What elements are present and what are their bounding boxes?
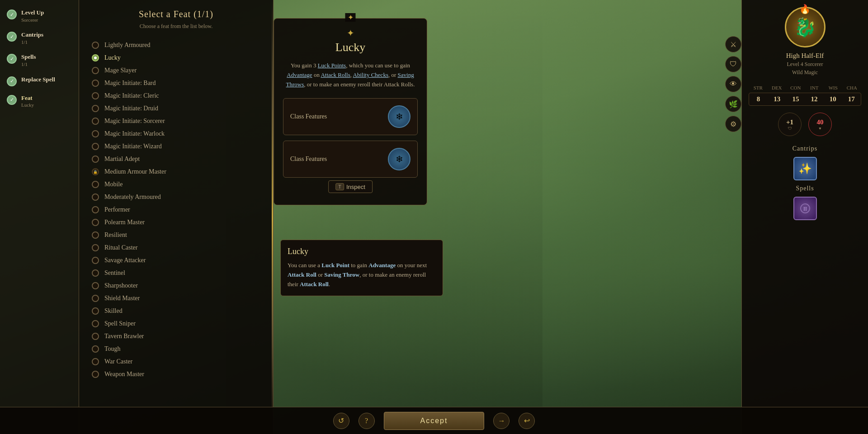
list-item[interactable]: Ritual Caster — [88, 241, 264, 254]
check-spells: ✓ — [7, 54, 17, 64]
feat-name-magic-warlock: Magic Initiate: Warlock — [104, 130, 165, 137]
list-item[interactable]: Spell Sniper — [88, 317, 264, 330]
radio-moderately — [92, 193, 99, 201]
list-item[interactable]: Performer — [88, 203, 264, 216]
char-panel: 🔥 🐉 High Half-Elf Level 4 Sorcerer Wild … — [741, 0, 868, 434]
feat-name-moderately: Moderately Armoured — [104, 193, 161, 201]
progress-level-up-label: Level Up — [21, 9, 44, 17]
list-item[interactable]: Sentinel — [88, 267, 264, 279]
armor-stat: +1 🛡 — [778, 113, 802, 136]
progress-cantrips-sub: 1/1 — [21, 39, 43, 45]
svg-text:II: II — [803, 206, 807, 212]
list-item[interactable]: Magic Initiate: Sorcerer — [88, 115, 264, 127]
feat-panel: Select a Feat (1/1) Choose a feat from t… — [79, 0, 274, 434]
spell-icon[interactable]: II — [793, 197, 817, 220]
radio-polearm — [92, 219, 99, 226]
radio-magic-druid — [92, 105, 99, 112]
side-icon-gear[interactable]: ⚙ — [725, 116, 741, 132]
list-item[interactable]: Resilient — [88, 229, 264, 241]
progress-spells: ✓ Spells 1/1 — [7, 53, 72, 67]
inspect-key: T — [335, 183, 344, 190]
list-item[interactable]: Magic Initiate: Cleric — [88, 90, 264, 102]
feat-name-shield: Shield Master — [104, 295, 140, 302]
list-item[interactable]: Tavern Brawler — [88, 330, 264, 343]
radio-spell-sniper — [92, 320, 99, 327]
list-item[interactable]: Sharpshooter — [88, 279, 264, 292]
progress-level-up: ✓ Level Up Sorcerer — [7, 9, 72, 23]
tooltip-title: Lucky — [288, 247, 436, 256]
class-feature-card-1[interactable]: Class Features ❄ — [283, 98, 418, 135]
nav-back-button[interactable]: ↺ — [333, 413, 349, 429]
feat-name-ritual: Ritual Caster — [104, 244, 138, 251]
stat-header-con: CON — [789, 85, 802, 90]
stat-values: 8 13 15 12 10 17 — [749, 93, 861, 106]
list-item[interactable]: Mobile — [88, 178, 264, 191]
stat-header-int: INT — [807, 85, 821, 90]
feat-panel-subtitle: Choose a feat from the list below. — [88, 23, 264, 30]
cantrip-icon[interactable]: ✨ — [793, 157, 817, 180]
list-item[interactable]: Mage Slayer — [88, 64, 264, 77]
side-icon-sword[interactable]: ⚔ — [725, 36, 741, 52]
progress-replace-spell: ✓ Replace Spell — [7, 76, 72, 86]
list-item[interactable]: Moderately Armoured — [88, 191, 264, 203]
check-replace-spell: ✓ — [7, 76, 17, 86]
armor-icon: 🛡 — [788, 126, 792, 131]
nav-undo-button[interactable]: ↩ — [519, 413, 535, 429]
feat-name-magic-druid: Magic Initiate: Druid — [104, 105, 158, 112]
feat-name-sentinel: Sentinel — [104, 269, 125, 277]
feat-name-magic-cleric: Magic Initiate: Cleric — [104, 92, 159, 99]
radio-ritual — [92, 244, 99, 251]
list-item[interactable]: Magic Initiate: Druid — [88, 102, 264, 115]
progress-feat: ✓ Feat Lucky — [7, 94, 72, 108]
feat-name-war-caster: War Caster — [104, 358, 132, 365]
class-feature-label-1: Class Features — [290, 113, 381, 120]
progress-feat-label: Feat — [21, 94, 34, 102]
hp-stat: 40 ♥ — [808, 113, 832, 136]
luck-point-tooltip: Luck Point — [321, 262, 349, 269]
side-icon-shield[interactable]: 🛡 — [725, 56, 741, 72]
feat-name-savage: Savage Attacker — [104, 257, 146, 264]
radio-magic-wizard — [92, 143, 99, 150]
list-item[interactable]: Skilled — [88, 305, 264, 317]
feat-name-skilled: Skilled — [104, 307, 123, 315]
list-item[interactable]: Magic Initiate: Warlock — [88, 127, 264, 140]
list-item[interactable]: Shield Master — [88, 292, 264, 305]
list-item[interactable]: Magic Initiate: Wizard — [88, 140, 264, 153]
list-item[interactable]: Weapon Master — [88, 368, 264, 381]
radio-savage — [92, 257, 99, 264]
feat-name-martial-adept: Martial Adept — [104, 156, 140, 163]
list-item[interactable]: Medium Armour Master — [88, 165, 264, 178]
side-icon-leaf[interactable]: 🌿 — [725, 96, 741, 112]
list-item[interactable]: Polearm Master — [88, 216, 264, 229]
list-item[interactable]: Tough — [88, 343, 264, 355]
radio-medium-armour — [92, 168, 99, 175]
feat-name-magic-wizard: Magic Initiate: Wizard — [104, 143, 162, 150]
feat-name-weapon-master: Weapon Master — [104, 371, 144, 378]
saving-throw-tooltip: Saving Throw — [324, 271, 359, 278]
list-item[interactable]: War Caster — [88, 355, 264, 368]
stat-int: 12 — [807, 95, 821, 103]
side-icon-eye[interactable]: 👁 — [725, 76, 741, 92]
secondary-stats: +1 🛡 40 ♥ — [778, 113, 832, 136]
class-feature-icon-1: ❄ — [388, 105, 410, 128]
list-item[interactable]: Savage Attacker — [88, 254, 264, 267]
feat-name-mobile: Mobile — [104, 181, 123, 188]
feat-name-magic-sorcerer: Magic Initiate: Sorcerer — [104, 118, 165, 125]
stat-header-dex: DEX — [770, 85, 783, 90]
stat-dex: 13 — [770, 95, 784, 103]
list-item[interactable]: Lightly Armoured — [88, 39, 264, 52]
accept-button[interactable]: Accept — [384, 412, 485, 430]
stat-str: 8 — [752, 95, 765, 103]
radio-sentinel — [92, 269, 99, 277]
list-item[interactable]: Magic Initiate: Bard — [88, 77, 264, 90]
attack-rolls-highlight: Attack Rolls — [321, 71, 350, 78]
inspect-button[interactable]: T Inspect — [328, 180, 373, 193]
class-feature-card-2[interactable]: Class Features ❄ T Inspect — [283, 141, 418, 178]
stat-header-str: STR — [751, 85, 765, 90]
feat-name-mage-slayer: Mage Slayer — [104, 67, 137, 74]
list-item[interactable]: Lucky — [88, 52, 264, 64]
spells-section-title: Spells — [796, 185, 814, 192]
nav-help-button[interactable]: ? — [359, 413, 375, 429]
list-item[interactable]: Martial Adept — [88, 153, 264, 165]
nav-forward-button[interactable]: → — [493, 413, 509, 429]
